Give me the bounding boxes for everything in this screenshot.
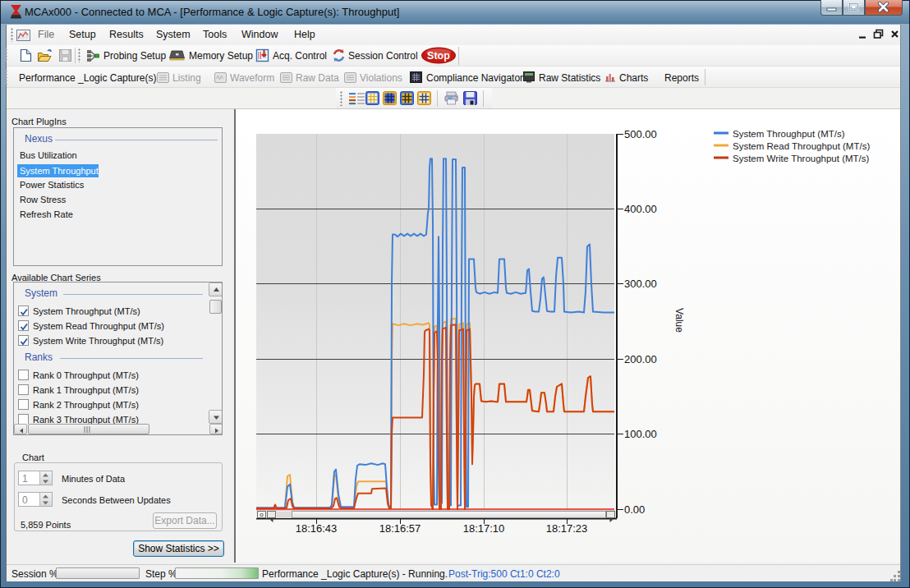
- svg-text:200.00: 200.00: [624, 353, 657, 365]
- svg-text:18:17:10: 18:17:10: [463, 522, 505, 535]
- svg-text:100.00: 100.00: [624, 428, 657, 440]
- svg-text:Stop: Stop: [427, 50, 450, 62]
- svg-text:18:17:23: 18:17:23: [546, 522, 588, 535]
- svg-text:400.00: 400.00: [624, 203, 657, 215]
- svg-text:System Write Throughput (MT/s): System Write Throughput (MT/s): [733, 154, 870, 163]
- svg-text:Value: Value: [673, 308, 685, 333]
- svg-text:System Read Throughput (MT/s): System Read Throughput (MT/s): [733, 141, 870, 151]
- svg-text:0.00: 0.00: [624, 503, 645, 516]
- svg-text:300.00: 300.00: [624, 278, 657, 290]
- svg-text:18:16:43: 18:16:43: [296, 522, 338, 535]
- svg-text:System Throughput (MT/s): System Throughput (MT/s): [733, 129, 845, 139]
- svg-text:18:16:57: 18:16:57: [379, 522, 421, 535]
- svg-text:500.00: 500.00: [624, 128, 657, 140]
